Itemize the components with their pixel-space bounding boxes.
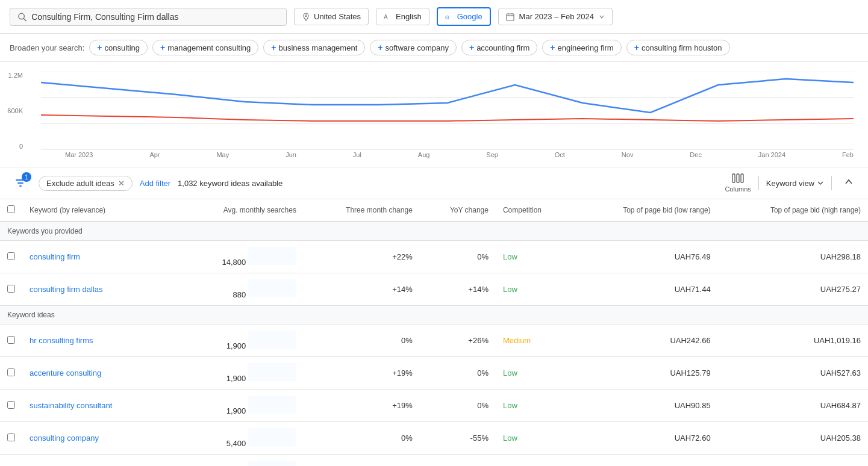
- search-box[interactable]: [10, 8, 287, 26]
- keyword-link[interactable]: consulting firm dallas: [30, 285, 102, 294]
- bid-low-cell: UAH78.04: [572, 455, 718, 467]
- row-checkbox[interactable]: [7, 433, 15, 441]
- x-label-8: Nov: [622, 151, 634, 158]
- bid-low-cell: UAH90.85: [572, 390, 718, 422]
- bid-high-cell: UAH527.63: [718, 357, 868, 390]
- filter-bar: 1 Exclude adult ideas ✕ Add filter 1,032…: [0, 167, 868, 199]
- plus-icon-5: +: [550, 43, 555, 52]
- keyword-cell: accenture consulting: [22, 357, 176, 390]
- yoy-cell: 0%: [420, 357, 496, 390]
- three-month-cell: +19%: [304, 357, 420, 390]
- exclude-chip-close-icon[interactable]: ✕: [118, 179, 125, 188]
- keyword-link[interactable]: hr consulting firms: [30, 336, 93, 345]
- svg-rect-22: [248, 461, 296, 466]
- three-month-cell: 0%: [304, 422, 420, 455]
- x-label-6: Sep: [486, 151, 498, 158]
- competition-cell: Medium: [496, 325, 572, 357]
- location-button[interactable]: United States: [294, 8, 369, 25]
- keyword-link[interactable]: consulting firm: [30, 252, 80, 261]
- keyword-view-button[interactable]: Keyword view: [766, 179, 824, 188]
- filter-icon-button[interactable]: 1: [10, 172, 31, 194]
- columns-button[interactable]: Columns: [725, 173, 751, 193]
- exclude-adult-chip[interactable]: Exclude adult ideas ✕: [39, 176, 133, 191]
- language-button[interactable]: A English: [376, 8, 429, 25]
- table-row: healthcare consulting firms 3,600 +52% +…: [0, 455, 868, 467]
- svg-rect-13: [732, 174, 735, 182]
- svg-point-2: [305, 14, 307, 16]
- date-range-button[interactable]: Mar 2023 – Feb 2024: [498, 8, 613, 25]
- svg-rect-5: [507, 14, 514, 20]
- three-month-cell: +22%: [304, 241, 420, 273]
- google-label: Google: [457, 12, 482, 21]
- y-label-mid: 600K: [0, 107, 23, 114]
- collapse-button[interactable]: [839, 175, 858, 191]
- broaden-chip-label-3: software company: [385, 43, 449, 52]
- search-icon: [17, 12, 27, 22]
- bid-low-cell: UAH125.79: [572, 357, 718, 390]
- row-checkbox[interactable]: [7, 252, 15, 260]
- keyword-cell: hr consulting firms: [22, 325, 176, 357]
- keyword-link[interactable]: accenture consulting: [30, 368, 101, 377]
- table-body: Keywords you provided consulting firm 14…: [0, 222, 868, 466]
- three-month-cell: 0%: [304, 325, 420, 357]
- avg-searches-value: 5,400: [226, 439, 246, 448]
- row-checkbox[interactable]: [7, 336, 15, 344]
- row-checkbox[interactable]: [7, 368, 15, 376]
- broaden-chip-1[interactable]: + management consulting: [152, 40, 258, 55]
- section-ideas-label: Keyword ideas: [0, 306, 868, 325]
- col-three-month: Three month change: [304, 199, 420, 222]
- select-all-checkbox[interactable]: [7, 205, 15, 213]
- keyword-link[interactable]: consulting company: [30, 433, 99, 443]
- keywords-count: 1,032 keyword ideas available: [178, 179, 283, 188]
- location-label: United States: [314, 12, 361, 21]
- svg-rect-15: [741, 174, 743, 182]
- columns-label: Columns: [725, 185, 751, 193]
- search-input[interactable]: [31, 12, 279, 22]
- avg-searches-cell: 14,800: [176, 241, 304, 273]
- keyword-cell: consulting firm dallas: [22, 273, 176, 306]
- section-ideas-row: Keyword ideas: [0, 306, 868, 325]
- broaden-chip-0[interactable]: + consulting: [89, 40, 148, 55]
- filter-badge: 1: [22, 172, 31, 182]
- chevron-down-icon: [599, 14, 605, 20]
- google-button[interactable]: G Google: [437, 7, 491, 26]
- bid-high-cell: UAH205.38: [718, 422, 868, 455]
- keyword-link[interactable]: sustainability consultant: [30, 401, 112, 410]
- broaden-chip-6[interactable]: + consulting firm houston: [626, 40, 730, 55]
- broaden-chip-4[interactable]: + accounting firm: [461, 40, 537, 55]
- bid-high-cell: UAH275.27: [718, 273, 868, 306]
- col-bid-low: Top of page bid (low range): [572, 199, 718, 222]
- section-provided-label: Keywords you provided: [0, 222, 868, 241]
- bid-low-cell: UAH72.60: [572, 422, 718, 455]
- competition-cell: Low: [496, 422, 572, 455]
- x-label-1: Apr: [149, 151, 160, 158]
- yoy-cell: +52%: [420, 455, 496, 467]
- table-row: consulting company 5,400 0% -55% Low UAH…: [0, 422, 868, 455]
- chart-x-labels: Mar 2023 Apr May Jun Jul Aug Sep Oct Nov…: [41, 151, 854, 158]
- broaden-chip-label-5: engineering firm: [557, 43, 613, 52]
- avg-searches-cell: 880: [176, 273, 304, 306]
- chevron-down-icon-2: [817, 179, 824, 187]
- keywords-table-container: Keyword (by relevance) Avg. monthly sear…: [0, 199, 868, 466]
- add-filter-button[interactable]: Add filter: [140, 179, 170, 188]
- x-label-2: May: [216, 151, 229, 158]
- row-checkbox[interactable]: [7, 285, 15, 293]
- broaden-chip-5[interactable]: + engineering firm: [542, 40, 621, 55]
- avg-searches-cell: 5,400: [176, 422, 304, 455]
- keyword-cell: consulting firm: [22, 241, 176, 273]
- plus-icon-6: +: [634, 43, 639, 52]
- col-avg-searches: Avg. monthly searches: [176, 199, 304, 222]
- yoy-cell: +26%: [420, 325, 496, 357]
- broaden-chip-2[interactable]: + business management: [263, 40, 365, 55]
- sparkline-chart: [248, 396, 296, 414]
- bid-high-cell: UAH265.56: [718, 455, 868, 467]
- row-checkbox[interactable]: [7, 401, 15, 409]
- table-row: consulting firm 14,800 +22% 0% Low UAH76…: [0, 241, 868, 273]
- broaden-chip-3[interactable]: + software company: [370, 40, 457, 55]
- chevron-up-icon: [844, 177, 854, 187]
- calendar-icon: [506, 13, 514, 21]
- avg-searches-cell: 1,900: [176, 357, 304, 390]
- broaden-chip-label-0: consulting: [104, 43, 140, 52]
- keyword-cell: healthcare consulting firms: [22, 455, 176, 467]
- col-yoy: YoY change: [420, 199, 496, 222]
